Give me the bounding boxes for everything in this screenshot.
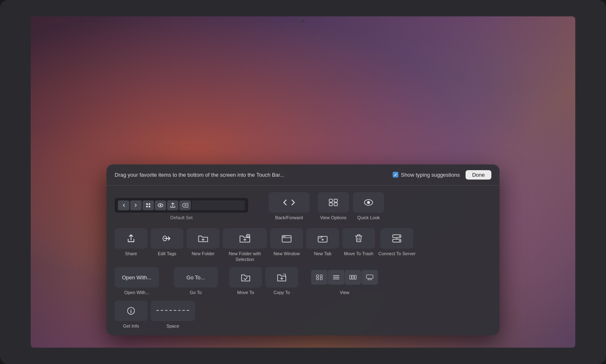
tb-back-forward-btn[interactable] <box>269 192 310 213</box>
svg-rect-7 <box>334 199 337 202</box>
tb-back-forward-group: Back/Forward <box>269 192 310 220</box>
svg-rect-33 <box>350 275 351 279</box>
typing-suggestions-checkbox[interactable] <box>393 172 398 178</box>
done-button[interactable]: Done <box>466 170 491 180</box>
touchbar-default-set: Default Set <box>115 198 248 220</box>
wallpaper: Drag your favorite items to the bottom o… <box>31 16 575 348</box>
panel-content: Default Set Back/Forward <box>106 186 500 335</box>
svg-rect-1 <box>149 203 150 205</box>
tb-back-forward-label: Back/Forward <box>275 215 303 220</box>
customize-panel: Drag your favorite items to the bottom o… <box>106 164 500 335</box>
tb-quick-look-label: Quick Look <box>357 215 380 220</box>
svg-rect-2 <box>146 206 148 207</box>
grid-item-server: Connect To Server <box>378 228 416 256</box>
svg-rect-3 <box>149 206 150 207</box>
move-to-label: Move To <box>237 290 254 295</box>
svg-rect-8 <box>329 203 332 206</box>
touchbar-default-label: Default Set <box>170 215 192 220</box>
copy-to-label: Copy To <box>274 290 290 295</box>
view-label: View <box>340 290 350 295</box>
svg-point-17 <box>285 236 285 237</box>
camera-dot <box>302 20 304 22</box>
laptop-frame: Drag your favorite items to the bottom o… <box>0 0 606 364</box>
touchbar-preview-row: Default Set Back/Forward <box>115 192 491 220</box>
copy-to-btn[interactable] <box>265 267 298 288</box>
instruction-text: Drag your favorite items to the bottom o… <box>115 172 285 178</box>
svg-rect-9 <box>334 203 337 206</box>
svg-rect-35 <box>355 275 356 279</box>
grid-item-new-folder: New Folder <box>187 228 219 256</box>
share-label: Share <box>125 251 137 256</box>
grid-item-edit-tags: Edit Tags <box>151 228 183 256</box>
grid-item-space: Space <box>151 301 195 329</box>
view-gallery-btn[interactable] <box>362 270 378 285</box>
view-icon-btn[interactable] <box>311 270 328 285</box>
new-window-btn[interactable] <box>270 228 303 249</box>
new-window-label: New Window <box>274 251 300 256</box>
tb-view-options-btn[interactable] <box>318 192 349 213</box>
svg-rect-29 <box>320 278 322 280</box>
info-btn[interactable]: i <box>115 301 147 321</box>
new-folder-selection-label: New Folder with Selection <box>223 251 267 263</box>
svg-rect-0 <box>146 203 148 205</box>
trash-label: Move To Trash <box>344 251 373 256</box>
tb-quick-look-group: Quick Look <box>353 192 384 220</box>
svg-point-23 <box>399 236 400 237</box>
new-tab-btn[interactable] <box>306 228 339 249</box>
grid-item-new-tab: New Tab <box>306 228 339 256</box>
typing-suggestions-label: Show typing suggestions <box>401 172 460 178</box>
grid-item-new-folder-selection: New Folder with Selection <box>223 228 267 263</box>
edit-tags-label: Edit Tags <box>158 251 176 256</box>
tb-view-options-group: View Options <box>318 192 349 220</box>
svg-point-24 <box>399 240 400 241</box>
grid-item-goto: Go To... Go To <box>174 267 218 295</box>
space-btn[interactable] <box>151 301 195 321</box>
move-to-btn[interactable] <box>229 267 262 288</box>
svg-rect-13 <box>246 234 250 238</box>
server-label: Connect To Server <box>378 251 416 256</box>
tb-delete-btn[interactable] <box>179 200 191 210</box>
tb-forward-btn[interactable] <box>130 200 142 210</box>
svg-rect-28 <box>317 278 319 280</box>
server-btn[interactable] <box>380 228 413 249</box>
share-btn[interactable] <box>115 228 147 249</box>
touchbar-bar <box>115 198 248 213</box>
tb-back-btn[interactable] <box>118 200 129 210</box>
new-folder-btn[interactable] <box>187 228 219 249</box>
tb-grid-btn[interactable] <box>142 200 154 210</box>
info-label: Get Info <box>123 323 139 329</box>
tb-share-btn[interactable] <box>167 200 179 210</box>
new-folder-selection-btn[interactable] <box>223 228 267 249</box>
open-with-btn[interactable]: Open With... <box>115 267 159 288</box>
svg-point-5 <box>160 204 161 206</box>
panel-header: Drag your favorite items to the bottom o… <box>106 164 500 186</box>
view-column-btn[interactable] <box>345 270 361 285</box>
grid-item-share: Share <box>115 228 147 256</box>
items-row-3: i Get Info Space <box>115 301 491 329</box>
svg-rect-36 <box>366 275 373 279</box>
goto-btn[interactable]: Go To... <box>174 267 218 288</box>
tb-view-options-label: View Options <box>320 215 347 220</box>
tb-quick-look-btn[interactable] <box>353 192 384 213</box>
space-dots-icon <box>156 310 189 311</box>
svg-rect-37 <box>368 279 371 280</box>
tb-eye-btn[interactable] <box>155 200 166 210</box>
open-with-label: Open With... <box>124 290 149 295</box>
tb-spacer <box>192 200 245 210</box>
edit-tags-btn[interactable] <box>151 228 183 249</box>
svg-point-16 <box>283 236 284 237</box>
view-bar <box>310 267 380 288</box>
typing-suggestions-toggle[interactable]: Show typing suggestions <box>393 172 460 178</box>
screen: Drag your favorite items to the bottom o… <box>31 16 575 348</box>
items-row-1: Share Edit Tags <box>115 228 491 263</box>
header-right: Show typing suggestions Done <box>393 170 491 180</box>
trash-btn[interactable] <box>342 228 375 249</box>
svg-point-11 <box>367 201 370 204</box>
new-tab-label: New Tab <box>314 251 332 256</box>
view-group: View <box>310 267 380 295</box>
goto-label: Go To <box>190 290 201 295</box>
view-list-btn[interactable] <box>328 270 344 285</box>
svg-rect-6 <box>329 199 332 202</box>
grid-item-info: i Get Info <box>115 301 147 329</box>
svg-rect-27 <box>320 275 322 277</box>
